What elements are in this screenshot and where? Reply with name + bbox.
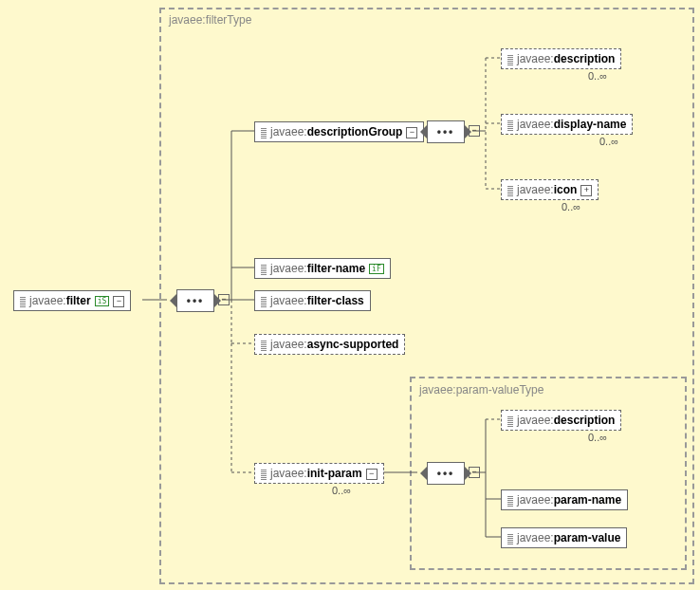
node-display-name: javaee:display-name	[501, 114, 633, 135]
cardinality: 0..∞	[599, 136, 618, 147]
collapse-icon[interactable]: −	[366, 469, 378, 480]
collapse-icon[interactable]: −	[113, 296, 124, 307]
sequence-initparam: •••	[427, 462, 465, 485]
cardinality: 0..∞	[562, 201, 580, 212]
node-descriptionGroup: javaee:descriptionGroup−	[254, 121, 424, 142]
group-filterType-label: javaee:filterType	[169, 13, 251, 27]
node-description-2: javaee:description	[501, 410, 621, 431]
collapse-icon[interactable]: −	[218, 294, 230, 305]
node-init-param: javaee:init-param−	[254, 463, 384, 484]
node-param-value: javaee:param-value	[501, 527, 627, 548]
node-filter-class: javaee:filter-class	[254, 290, 371, 311]
expand-icon[interactable]: +	[580, 185, 592, 196]
collapse-icon[interactable]: −	[469, 125, 480, 137]
schema-canvas: javaee:filterType javaee:param-valueType	[0, 0, 700, 590]
cardinality: 0..∞	[588, 432, 607, 443]
node-param-name: javaee:param-name	[501, 489, 628, 510]
sequence-main: •••	[176, 289, 214, 312]
cardinality: 0..∞	[332, 485, 351, 496]
node-async-supported: javaee:async-supported	[254, 334, 405, 355]
node-filter-name: javaee:filter-nameiF	[254, 258, 391, 279]
collapse-icon[interactable]: −	[469, 467, 480, 478]
sequence-descgroup: •••	[427, 120, 465, 143]
group-paramValueType-label: javaee:param-valueType	[419, 383, 543, 396]
collapse-icon[interactable]: −	[406, 127, 417, 138]
node-icon: javaee:icon+	[501, 179, 599, 200]
node-description-1: javaee:description	[501, 48, 621, 69]
cardinality: 0..∞	[588, 70, 607, 82]
node-filter: javaee:filteriS−	[13, 290, 131, 311]
